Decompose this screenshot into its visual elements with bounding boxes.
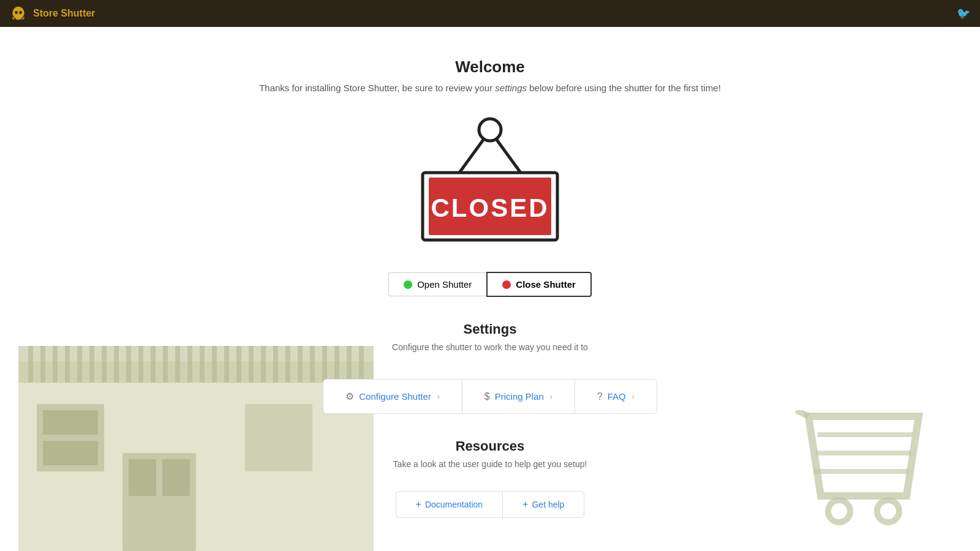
content-area: Welcome Thanks for installing Store Shut…: [0, 27, 980, 518]
svg-point-0: [12, 7, 24, 20]
closed-sign: CLOSED: [404, 111, 576, 255]
welcome-subtitle: Thanks for installing Store Shutter, be …: [259, 83, 721, 93]
close-shutter-label: Close Shutter: [516, 279, 576, 290]
faq-card[interactable]: ? FAQ ›: [575, 379, 657, 414]
welcome-title: Welcome: [455, 58, 525, 77]
main-content: Welcome Thanks for installing Store Shut…: [0, 27, 980, 551]
resources-subtitle: Take a look at the user guide to help ge…: [393, 459, 587, 469]
plus-icon: +: [522, 499, 528, 510]
chevron-right-icon: ›: [550, 392, 552, 401]
settings-section: Settings Configure the shutter to work t…: [0, 321, 980, 364]
faq-label: FAQ: [608, 391, 626, 402]
get-help-link[interactable]: + Get help: [502, 491, 584, 518]
get-help-label: Get help: [532, 500, 564, 509]
open-shutter-label: Open Shutter: [417, 279, 472, 290]
svg-point-1: [15, 11, 17, 14]
app-logo: [10, 5, 27, 22]
chevron-right-icon: ›: [632, 392, 635, 401]
resources-section: Resources Take a look at the user guide …: [393, 438, 587, 479]
svg-line-48: [459, 139, 484, 173]
settings-cards: ⚙ Configure Shutter › $ Pricing Plan › ?…: [323, 379, 657, 414]
svg-point-2: [19, 11, 21, 14]
documentation-label: Documentation: [425, 500, 483, 509]
svg-point-47: [479, 119, 501, 141]
pricing-plan-label: Pricing Plan: [495, 391, 544, 402]
header-left: Store Shutter: [10, 5, 95, 22]
app-title: Store Shutter: [33, 8, 95, 19]
question-icon: ?: [597, 391, 603, 402]
documentation-link[interactable]: + Documentation: [396, 491, 503, 518]
svg-line-49: [496, 139, 521, 173]
dollar-icon: $: [484, 391, 490, 402]
shutter-toggle: Open Shutter Close Shutter: [388, 272, 592, 297]
header: Store Shutter 🐦: [0, 0, 980, 27]
settings-title: Settings: [0, 321, 980, 337]
close-status-dot: [502, 280, 511, 289]
plus-icon: +: [416, 499, 421, 510]
close-shutter-button[interactable]: Close Shutter: [486, 272, 592, 297]
gear-icon: ⚙: [345, 391, 354, 402]
svg-text:CLOSED: CLOSED: [431, 193, 549, 222]
open-status-dot: [404, 280, 412, 289]
resources-title: Resources: [393, 438, 587, 454]
pricing-plan-card[interactable]: $ Pricing Plan ›: [462, 379, 575, 414]
resource-links: + Documentation + Get help: [396, 491, 585, 518]
twitter-icon[interactable]: 🐦: [957, 7, 970, 20]
open-shutter-button[interactable]: Open Shutter: [388, 272, 486, 296]
configure-shutter-card[interactable]: ⚙ Configure Shutter ›: [323, 379, 462, 414]
configure-shutter-label: Configure Shutter: [359, 391, 431, 402]
chevron-right-icon: ›: [437, 392, 440, 401]
settings-subtitle: Configure the shutter to work the way yo…: [0, 342, 980, 352]
